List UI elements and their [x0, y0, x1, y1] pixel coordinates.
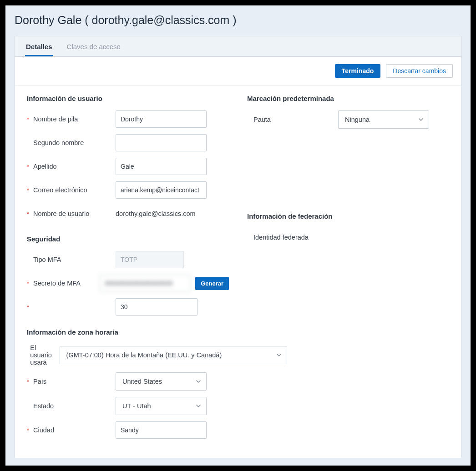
content-area: Terminado Descartar cambios Información … — [15, 57, 461, 458]
required-marker: * — [27, 116, 30, 123]
label-first-name: Nombre de pila — [33, 115, 78, 123]
middle-name-input[interactable] — [116, 134, 207, 151]
label-mfa-type: Tipo MFA — [33, 256, 61, 263]
last-name-input[interactable] — [116, 158, 207, 175]
required-marker: * — [27, 378, 30, 385]
right-column: Marcación predeterminada Pauta Ninguna — [247, 95, 449, 445]
required-marker: * — [27, 280, 30, 287]
done-button[interactable]: Terminado — [335, 64, 381, 78]
pattern-value: Ninguna — [345, 116, 370, 123]
required-marker: * — [27, 187, 30, 194]
label-username: Nombre de usuario — [33, 210, 89, 217]
discard-button[interactable]: Descartar cambios — [386, 64, 453, 78]
row-user-will-use: El usuario usará (GMT-07:00) Hora de la … — [27, 344, 229, 366]
state-select[interactable]: UT - Utah — [116, 397, 207, 415]
country-select[interactable]: United States — [116, 372, 207, 391]
label-middle-name: Segundo nombre — [33, 139, 84, 146]
main-card: Detalles Claves de acceso Terminado Desc… — [15, 36, 461, 458]
timezone-value: (GMT-07:00) Hora de la Montaña (EE.UU. y… — [66, 351, 222, 359]
app-frame: Dorothy Gale ( dorothy.gale@classics.com… — [5, 5, 471, 466]
tab-bar: Detalles Claves de acceso — [15, 36, 461, 57]
section-security: Seguridad — [27, 235, 229, 243]
city-input[interactable] — [116, 421, 207, 439]
row-middle-name: Segundo nombre — [27, 134, 229, 151]
row-pattern: Pauta Ninguna — [247, 110, 449, 129]
row-country: * País United States — [27, 372, 229, 391]
label-country: País — [33, 378, 46, 385]
username-value: dorothy.gale@classics.com — [116, 206, 196, 221]
section-user-info: Información de usuario — [27, 95, 229, 102]
label-email: Correo electrónico — [33, 186, 87, 194]
mfa-interval-input[interactable] — [116, 298, 197, 316]
label-state: Estado — [33, 402, 54, 410]
page-title: Dorothy Gale ( dorothy.gale@classics.com… — [15, 14, 461, 27]
row-username: * Nombre de usuario dorothy.gale@classic… — [27, 205, 229, 222]
state-value: UT - Utah — [122, 402, 151, 410]
country-value: United States — [122, 378, 162, 385]
generate-button[interactable]: Generar — [195, 277, 229, 290]
section-default-dial: Marcación predeterminada — [247, 95, 449, 102]
label-city: Ciudad — [33, 426, 54, 434]
label-pattern: Pauta — [247, 116, 338, 123]
tab-access-keys[interactable]: Claves de acceso — [66, 36, 122, 56]
row-federated-identity: Identidad federada — [247, 228, 449, 246]
required-marker: * — [27, 427, 30, 434]
email-input[interactable] — [116, 181, 207, 199]
label-last-name: Apellido — [33, 163, 57, 170]
required-marker: * — [27, 304, 30, 311]
label-mfa-secret: Secreto de MFA — [33, 280, 81, 287]
action-bar: Terminado Descartar cambios — [15, 57, 461, 85]
row-mfa-interval: * — [27, 298, 229, 316]
section-federation: Información de federación — [247, 212, 449, 220]
row-mfa-secret: * Secreto de MFA Generar — [27, 275, 229, 292]
row-email: * Correo electrónico — [27, 181, 229, 199]
required-marker: * — [27, 163, 30, 170]
row-mfa-type: Tipo MFA — [27, 251, 229, 268]
mfa-secret-input[interactable] — [100, 275, 191, 292]
mfa-type-input — [116, 251, 184, 268]
section-timezone: Información de zona horaria — [27, 328, 229, 336]
form-area: Información de usuario * Nombre de pila — [15, 85, 461, 458]
label-federated-identity: Identidad federada — [247, 234, 338, 241]
timezone-select[interactable]: (GMT-07:00) Hora de la Montaña (EE.UU. y… — [60, 346, 287, 364]
first-name-input[interactable] — [116, 110, 207, 128]
row-state: Estado UT - Utah — [27, 397, 229, 415]
pattern-select[interactable]: Ninguna — [338, 110, 429, 129]
left-column: Información de usuario * Nombre de pila — [27, 95, 229, 445]
required-marker: * — [27, 210, 30, 217]
row-last-name: * Apellido — [27, 158, 229, 175]
row-first-name: * Nombre de pila — [27, 110, 229, 128]
row-city: * Ciudad — [27, 421, 229, 439]
label-user-will-use: El usuario usará — [30, 344, 55, 366]
tab-details[interactable]: Detalles — [25, 36, 53, 56]
